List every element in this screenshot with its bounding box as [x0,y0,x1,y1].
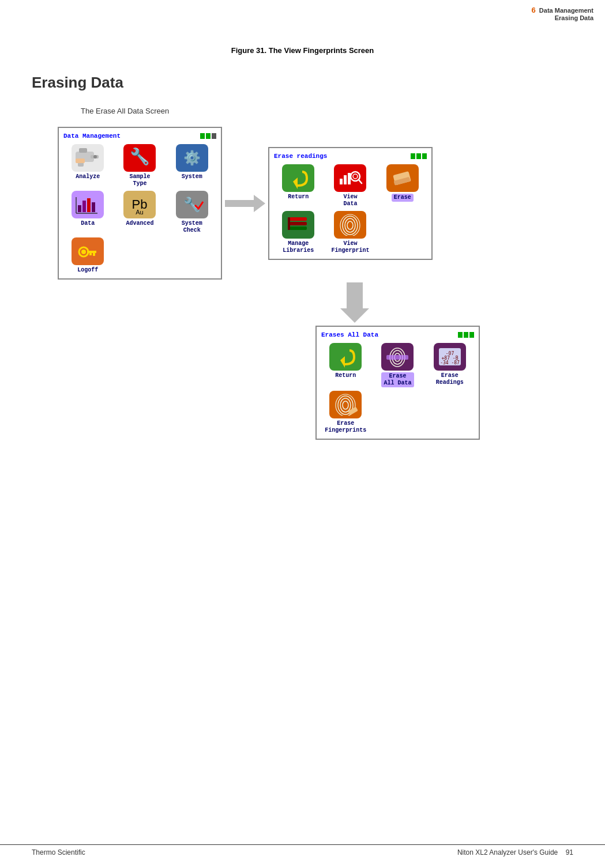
screen-erase-readings: Erase readings [268,147,433,260]
svg-rect-32 [290,217,307,221]
screens-area: Data Management [58,127,588,440]
svg-rect-1 [79,148,87,153]
footer-guide-title: Niton XL2 Analyzer User's Guide [457,848,558,856]
svg-point-37 [345,218,355,232]
s3-battery-3 [469,332,474,338]
erase-label: Erase [392,194,414,202]
s3-battery-2 [464,332,468,338]
erasefp-icon [329,391,362,418]
svg-rect-8 [78,205,81,212]
svg-rect-25 [344,175,347,184]
screen-erases-all-data: Erases All Data Return [315,326,480,440]
manage-icon [282,211,314,239]
svg-point-36 [347,221,353,229]
grid-item-syscheck[interactable]: 🔧 System Check [168,191,216,234]
chapter-number: 6 [532,6,536,14]
screen1-title: Data Management [63,133,216,139]
s2-battery-1 [411,153,415,159]
bottom-screen-container: Erases All Data Return [58,326,588,440]
grid-item-eraseread[interactable]: -07 +87 -B -34 -87 Erase Readings [426,343,474,387]
viewdata-svg [337,167,363,189]
advanced-label: Advanced [126,220,153,227]
grid-item-manage[interactable]: Manage Libraries [274,211,322,254]
viewdata-icon [334,164,366,192]
eraseall-icon [381,343,414,371]
grid-item-sampletype[interactable]: 🔧 Sample Type [115,144,164,187]
grid-item-erase[interactable]: Erase [378,164,427,207]
sub-caption: The Erase All Data Screen [81,107,169,115]
erasefp-svg [332,394,359,416]
figure-caption-text: Figure 31. The View Fingerprints Screen [231,46,374,55]
arrow-down-svg [340,282,369,323]
screen3-battery [458,332,474,338]
viewfp-svg [337,214,363,236]
svg-marker-41 [340,356,345,368]
svg-point-18 [81,250,86,254]
svg-text:Au: Au [136,209,144,216]
grid-item-viewdata[interactable]: View Data [326,164,374,207]
grid-item-return[interactable]: Return [274,164,322,207]
data-svg [74,194,101,216]
s3-return-svg [332,346,359,368]
grid-item-advanced[interactable]: Pb Au Advanced [115,191,164,234]
grid-item-erasefp[interactable]: Erase Fingerprints [321,391,370,434]
svg-point-50 [343,401,348,409]
chapter-label: 6 Data Management Erasing Data [403,6,593,21]
section-heading: Erasing Data [32,74,123,92]
footer-left: Thermo Scientific [32,848,85,856]
viewfp-label: View Fingerprint [331,240,369,254]
return-icon [282,164,314,192]
return-label: Return [288,194,309,201]
system-icon: ⚙️ [176,144,208,172]
grid-item-system[interactable]: ⚙️ System [168,144,216,187]
battery-bar-3 [212,133,216,139]
screen2-battery [411,153,427,159]
svg-marker-40 [340,282,369,323]
svg-line-29 [359,180,362,183]
svg-text:🔧: 🔧 [183,196,201,213]
page-header: 6 Data Management Erasing Data [403,0,605,25]
svg-rect-20 [93,253,95,256]
grid-item-data[interactable]: Data [63,191,112,234]
sampletype-svg: 🔧 [126,147,153,169]
top-screens-row: Data Management [58,127,588,280]
data-label: Data [81,220,95,227]
system-label: System [182,173,202,180]
arrow-right-container [222,192,268,215]
screen1-title-text: Data Management [63,133,121,139]
svg-rect-34 [290,227,307,230]
svg-point-3 [93,155,97,158]
eraseread-icon: -07 +87 -B -34 -87 [434,343,466,371]
screen1-battery [200,133,216,139]
svg-text:⚙️: ⚙️ [183,149,201,166]
svg-marker-22 [225,195,265,212]
s3-return-label: Return [335,372,356,379]
screen-data-management: Data Management [58,127,222,280]
viewdata-label: View Data [343,194,357,207]
grid-item-analyze[interactable]: Analyze [63,144,112,187]
analyze-icon [72,144,104,172]
eraseread-svg: -07 +87 -B -34 -87 [437,346,463,368]
grid-item-logoff[interactable]: Logoff [63,237,112,274]
erase-svg [389,167,416,189]
screen1-grid: Analyze 🔧 Sample Type ⚙️ [63,144,216,274]
svg-text:🔧: 🔧 [130,147,150,166]
manage-label: Manage Libraries [283,240,314,254]
svg-rect-21 [89,253,92,255]
grid-item-eraseall[interactable]: Erase All Data [373,343,422,387]
grid-item-s3-return[interactable]: Return [321,343,370,387]
chapter-title: Data Management [539,7,593,14]
screen3-grid: Return Erase All Data [321,343,474,434]
erase-icon [386,164,419,192]
analyze-label: Analyze [76,173,100,180]
sampletype-icon: 🔧 [123,144,156,172]
svg-rect-33 [290,222,307,225]
data-icon [72,191,104,218]
syscheck-svg: 🔧 [179,194,205,216]
analyze-svg [74,147,101,169]
footer-right: Niton XL2 Analyzer User's Guide 91 [457,848,573,856]
grid-item-viewfp[interactable]: View Fingerprint [326,211,374,254]
eraseall-svg [384,346,411,368]
arrow-right-svg [225,192,265,215]
arrow-down-container [340,282,369,325]
